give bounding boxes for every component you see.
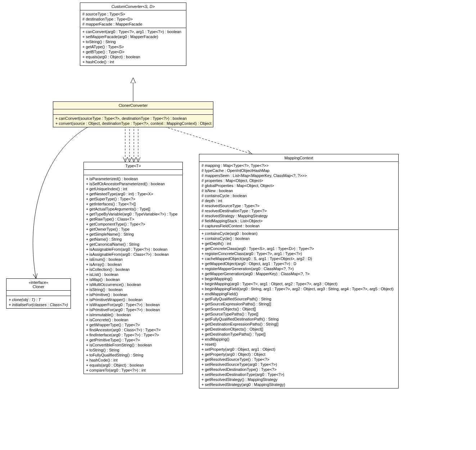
member-row: + getDestinationObjects() : Object[] <box>201 327 396 332</box>
member-row: # mapping : Map<Type<?>, Type<?>> <box>201 163 396 168</box>
class-title: ClonerConverter <box>53 102 213 109</box>
member-row: + hashCode() : int <box>82 59 184 64</box>
member-row: # depth : int <box>201 198 396 203</box>
operations-section: + clone(obj : T) : T+ initialiseFor(clas… <box>6 296 71 308</box>
member-row: + isConvertibleFromString() : boolean <box>86 342 180 347</box>
class-title: CustomConverter<S, D> <box>80 3 186 10</box>
member-row: # mapperFacade : MapperFacade <box>82 22 184 27</box>
member-row: + getSuperType() : Type<?> <box>86 196 180 201</box>
attributes-section: # mapping : Map<Type<?>, Type<?>># typeC… <box>199 162 398 230</box>
member-row: + getNestedType(arg0 : int) : Type<X> <box>86 191 180 196</box>
member-row: + isSelfOrAncestorParameterized() : bool… <box>86 181 180 186</box>
member-row: # isNew : boolean <box>201 188 396 193</box>
member-row: + getMapperGeneration(arg0 : MapperKey) … <box>201 271 396 276</box>
class-custom-converter: CustomConverter<S, D> # sourceType : Typ… <box>80 3 186 66</box>
member-row: + hashCode() : int <box>86 358 180 363</box>
member-row: + getUniqueIndex() : int <box>86 186 180 191</box>
member-row: + getRawType() : Class<T> <box>86 217 180 222</box>
member-row: + getPrimitiveType() : Type<?> <box>86 337 180 342</box>
class-title: «interface» Cloner <box>6 279 71 291</box>
attributes-section: # sourceType : Type<S># destinationType … <box>80 10 186 28</box>
interface-cloner: «interface» Cloner + clone(obj : T) : T+… <box>6 278 71 309</box>
member-row: + getComponentType() : Type<?> <box>86 222 180 227</box>
svg-line-5 <box>162 126 252 154</box>
member-row: + getResolvedSourceType() : Type<?> <box>201 357 396 362</box>
member-row: + isEnum() : boolean <box>86 257 180 262</box>
member-row: + getActualTypeArguments() : Type[] <box>86 206 180 212</box>
member-row: + setResolvedStrategy(arg0 : MappingStra… <box>201 382 396 387</box>
member-row: + getProperty(arg0 : Object) : Object <box>201 352 396 357</box>
member-row: + getFullyQualifiedSourcePath() : String <box>201 296 396 301</box>
member-row: + containsCycle() : boolean <box>201 236 396 241</box>
member-row: + initialiseFor(classes : Class<?>) <box>9 302 68 307</box>
operations-section: + canConvert(sourceType : Type<?>, desti… <box>53 115 213 127</box>
member-row: + setMapperFacade(arg0 : MapperFacade) <box>82 34 184 39</box>
member-row: # resolvedStrategy : MappingStrategy <box>201 213 396 218</box>
attributes-section <box>53 109 213 115</box>
member-row: + getSourceTypePaths() : Type[] <box>201 312 396 317</box>
member-row: + getTypeByVariable(arg0 : TypeVariable<… <box>86 212 180 217</box>
member-row: # resolvedSourceType : Type<?> <box>201 203 396 208</box>
class-name: ClonerConverter <box>55 103 211 108</box>
member-row: + getResolvedStrategy() : MappingStrateg… <box>201 377 396 382</box>
member-row: + getWrapperType() : Type<?> <box>86 322 180 327</box>
member-row: + getDepth() : int <box>201 241 396 246</box>
class-name: MappingContext <box>201 156 396 160</box>
member-row: # properties : Map<Object, Object> <box>201 178 396 183</box>
member-row: + toFullyQualifiedString() : String <box>86 353 180 358</box>
member-row: + getName() : String <box>86 237 180 242</box>
member-row: + compareTo(arg0 : Type<?>) : int <box>86 368 180 373</box>
member-row: + getSimpleName() : String <box>86 232 180 237</box>
member-row: + getFullyQualifiedDestinationPath() : S… <box>201 317 396 322</box>
member-row: + getConcreteClass(arg0 : Type<S>, arg1 … <box>201 246 396 251</box>
stereotype: «interface» <box>9 280 68 285</box>
attributes-section <box>84 170 182 175</box>
member-row: + isPrimitiveWrapper() : boolean <box>86 297 180 302</box>
member-row: + convert(source : Object, destinationTy… <box>55 121 211 126</box>
member-row: + beginMapping(arg0 : Type<?>, arg1 : Ob… <box>201 281 396 286</box>
member-row: + setProperty(arg0 : Object, arg1 : Obje… <box>201 347 396 352</box>
member-row: # destinationType : Type<D> <box>82 17 184 22</box>
member-row: + isParameterized() : boolean <box>86 176 180 181</box>
member-row: + isCollection() : boolean <box>86 267 180 272</box>
member-row: + reset() <box>201 342 396 347</box>
member-row: # resolvedDestinationType : Type<?> <box>201 208 396 213</box>
member-row: + isImmutable() : boolean <box>86 312 180 317</box>
class-title: MappingContext <box>199 154 398 162</box>
member-row: + registerConcreteClass(arg0 : Type<?>, … <box>201 251 396 256</box>
member-row: + isString() : boolean <box>86 287 180 292</box>
member-row: + equals(arg0 : Object) : boolean <box>86 363 180 368</box>
member-row: + isPrimitiveFor(arg0 : Type<?>) : boole… <box>86 307 180 312</box>
member-row: # containsCycle : boolean <box>201 193 396 198</box>
member-row: + isPrimitive() : boolean <box>86 292 180 297</box>
member-row: + isAssignableFrom(arg0 : Type<?>) : boo… <box>86 247 180 252</box>
member-row: + getSourceObjects() : Object[] <box>201 306 396 312</box>
member-row: + getAType() : Type<S> <box>82 44 184 49</box>
class-title: Type<T> <box>84 162 182 170</box>
member-row: + beginMappingField(arg0 : String, arg1 … <box>201 286 396 291</box>
member-row: + toString() : String <box>86 347 180 353</box>
member-row: + getCanonicalName() : String <box>86 242 180 247</box>
operations-section: + containsCycle(arg0 : boolean)+ contain… <box>199 230 398 388</box>
member-row: + getOwnerType() : Type <box>86 227 180 232</box>
member-row: # mappersSeen : List<Map<MapperKey, Clas… <box>201 173 396 178</box>
member-row: + getDestinationTypePaths() : Type[] <box>201 332 396 337</box>
class-type: Type<T> + isParameterized() : boolean+ i… <box>83 162 183 374</box>
class-name: CustomConverter<S, D> <box>82 4 184 9</box>
member-row: # typeCache : OpenIntObjectHashMap <box>201 168 396 173</box>
member-row: + isWrapperFor(arg0 : Type<?>) : boolean <box>86 302 180 307</box>
member-row: + isAssignableFrom(arg0 : Class<?>) : bo… <box>86 252 180 257</box>
member-row: + equals(arg0 : Object) : boolean <box>82 54 184 59</box>
member-row: # globalProperties : Map<Object, Object> <box>201 183 396 188</box>
class-mapping-context: MappingContext # mapping : Map<Type<?>, … <box>199 154 399 388</box>
member-row: # sourceType : Type<S> <box>82 12 184 17</box>
member-row: + isMap() : boolean <box>86 277 180 282</box>
member-row: + setResolvedDestinationType(arg0 : Type… <box>201 372 396 377</box>
member-row: # capturesFieldContext : boolean <box>201 223 396 228</box>
operations-section: + canConvert(arg0 : Type<?>, arg1 : Type… <box>80 28 186 65</box>
member-row: + clone(obj : T) : T <box>9 297 68 302</box>
member-row: + registerMapperGeneration(arg0 : ClassM… <box>201 266 396 271</box>
member-row: # fieldMappingStack : List<Object> <box>201 218 396 223</box>
member-row: + findInterface(arg0 : Type<?>) : Type<?… <box>86 332 180 337</box>
member-row: + isList() : boolean <box>86 272 180 277</box>
